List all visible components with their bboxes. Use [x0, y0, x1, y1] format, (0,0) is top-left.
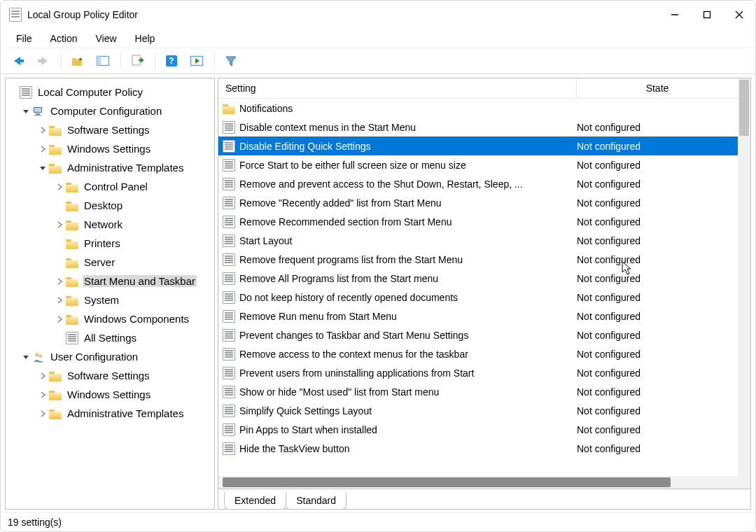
- close-button[interactable]: [723, 1, 755, 29]
- policy-tree[interactable]: Local Computer PolicyComputer Configurat…: [6, 83, 214, 423]
- twisty-icon[interactable]: [7, 86, 20, 99]
- tree-label: Computer Configuration: [49, 105, 163, 117]
- twisty-icon[interactable]: [20, 351, 32, 363]
- vertical-scrollbar[interactable]: [738, 78, 750, 489]
- minimize-button[interactable]: [659, 1, 691, 29]
- export-icon: [131, 55, 144, 67]
- svg-text:?: ?: [169, 56, 174, 66]
- column-setting[interactable]: Setting: [218, 78, 577, 98]
- setting-label: Prevent changes to Taskbar and Start Men…: [239, 330, 577, 341]
- tree-label: Administrative Templates: [66, 162, 185, 174]
- show-hide-tree-button[interactable]: [91, 51, 115, 71]
- tree-node-cc-adm[interactable]: Administrative Templates: [6, 158, 214, 177]
- setting-row[interactable]: Remove "Recently added" list from Start …: [218, 193, 738, 212]
- list-body[interactable]: NotificationsDisable context menus in th…: [218, 99, 738, 476]
- tree-pane[interactable]: Local Computer PolicyComputer Configurat…: [5, 78, 215, 510]
- up-button[interactable]: [66, 51, 90, 71]
- forward-icon: [36, 55, 51, 67]
- maximize-button[interactable]: [691, 1, 723, 29]
- filter-button[interactable]: [219, 51, 243, 71]
- tab-extended[interactable]: Extended: [224, 492, 286, 510]
- setting-row[interactable]: Start LayoutNot configured: [218, 231, 738, 250]
- folder-icon: [49, 162, 62, 174]
- twisty-icon[interactable]: [36, 162, 49, 174]
- setting-row[interactable]: Remove access to the context menus for t…: [218, 344, 738, 363]
- tree-node-desktop[interactable]: Desktop: [6, 196, 214, 215]
- tree-node-uc[interactable]: User Configuration: [6, 347, 214, 366]
- tree-node-cc[interactable]: Computer Configuration: [6, 102, 214, 120]
- hscroll-thumb[interactable]: [223, 477, 671, 487]
- twisty-icon[interactable]: [36, 370, 49, 382]
- twisty-icon[interactable]: [20, 105, 32, 118]
- tree-node-start[interactable]: Start Menu and Taskbar: [6, 272, 214, 290]
- setting-state: Not configured: [577, 197, 738, 209]
- tree-label: Software Settings: [66, 370, 151, 382]
- tree-node-system[interactable]: System: [6, 290, 214, 309]
- twisty-icon[interactable]: [53, 256, 66, 269]
- setting-row[interactable]: Remove frequent programs list from the S…: [218, 250, 738, 269]
- setting-label: Remove All Programs list from the Start …: [239, 273, 577, 284]
- twisty-icon[interactable]: [53, 275, 66, 288]
- tree-node-wincomp[interactable]: Windows Components: [6, 309, 214, 328]
- twisty-icon[interactable]: [53, 200, 66, 212]
- list-header[interactable]: Setting State: [218, 78, 738, 99]
- setting-row[interactable]: Prevent changes to Taskbar and Start Men…: [218, 326, 738, 344]
- tree-node-root[interactable]: Local Computer Policy: [6, 83, 214, 102]
- twisty-icon[interactable]: [53, 294, 66, 307]
- setting-row[interactable]: Remove Run menu from Start MenuNot confi…: [218, 307, 738, 326]
- menu-file[interactable]: File: [8, 30, 41, 47]
- setting-row[interactable]: Simplify Quick Settings LayoutNot config…: [218, 401, 738, 420]
- setting-row[interactable]: Remove and prevent access to the Shut Do…: [218, 174, 738, 193]
- twisty-icon[interactable]: [36, 124, 49, 136]
- vscroll-thumb[interactable]: [739, 80, 749, 136]
- tree-node-printers[interactable]: Printers: [6, 234, 214, 253]
- export-button[interactable]: [125, 51, 149, 71]
- tree-node-server[interactable]: Server: [6, 253, 214, 272]
- tab-standard[interactable]: Standard: [286, 492, 346, 510]
- menu-help[interactable]: Help: [127, 30, 164, 47]
- setting-row[interactable]: Do not keep history of recently opened d…: [218, 288, 738, 307]
- tree-node-uc-sw[interactable]: Software Settings: [6, 366, 214, 385]
- policy-icon: [223, 367, 235, 379]
- policy-icon: [223, 234, 235, 247]
- twisty-icon[interactable]: [53, 181, 66, 193]
- forward-button[interactable]: [31, 51, 55, 71]
- folder-icon: [49, 124, 62, 136]
- menu-action[interactable]: Action: [42, 30, 86, 47]
- setting-row[interactable]: Force Start to be either full screen siz…: [218, 155, 738, 174]
- slideshow-button[interactable]: [185, 51, 209, 71]
- setting-row[interactable]: Disable context menus in the Start MenuN…: [218, 118, 738, 136]
- list-rows[interactable]: NotificationsDisable context menus in th…: [218, 99, 738, 476]
- setting-row[interactable]: Prevent users from uninstalling applicat…: [218, 363, 738, 382]
- menu-view[interactable]: View: [87, 30, 125, 47]
- folder-icon: [49, 143, 62, 155]
- setting-row[interactable]: Remove Recommended section from Start Me…: [218, 212, 738, 231]
- twisty-icon[interactable]: [53, 332, 66, 344]
- twisty-icon[interactable]: [36, 388, 49, 401]
- twisty-icon[interactable]: [53, 237, 66, 250]
- tree-node-network[interactable]: Network: [6, 215, 214, 234]
- tree-node-allset[interactable]: All Settings: [6, 328, 214, 347]
- setting-state: Not configured: [577, 330, 738, 341]
- tree-node-uc-adm[interactable]: Administrative Templates: [6, 404, 214, 423]
- tree-node-cc-sw[interactable]: Software Settings: [6, 120, 214, 139]
- setting-row[interactable]: Show or hide "Most used" list from Start…: [218, 382, 738, 401]
- back-button[interactable]: [6, 51, 30, 71]
- tree-node-cp[interactable]: Control Panel: [6, 177, 214, 196]
- folder-icon: [66, 313, 78, 326]
- column-state[interactable]: State: [577, 78, 738, 98]
- help-button[interactable]: ?: [160, 51, 183, 71]
- setting-row[interactable]: Pin Apps to Start when installedNot conf…: [218, 420, 738, 439]
- twisty-icon[interactable]: [53, 218, 66, 231]
- tree-node-uc-win[interactable]: Windows Settings: [6, 385, 214, 404]
- twisty-icon[interactable]: [53, 313, 66, 326]
- horizontal-scrollbar[interactable]: [218, 476, 738, 489]
- setting-row[interactable]: Disable Editing Quick SettingsNot config…: [218, 136, 738, 155]
- setting-row[interactable]: Notifications: [218, 99, 738, 118]
- twisty-icon[interactable]: [36, 143, 49, 155]
- setting-row[interactable]: Hide the TaskView buttonNot configured: [218, 439, 738, 458]
- setting-row[interactable]: Remove All Programs list from the Start …: [218, 269, 738, 288]
- policy-icon: [223, 197, 235, 209]
- tree-node-cc-win[interactable]: Windows Settings: [6, 139, 214, 158]
- twisty-icon[interactable]: [36, 407, 49, 420]
